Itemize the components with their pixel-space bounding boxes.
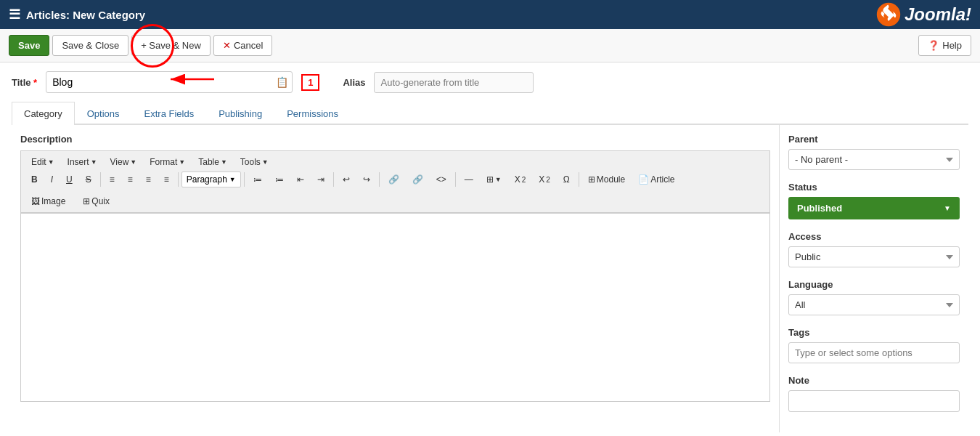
joomla-text: Joomla! [905,4,971,25]
save-new-button[interactable]: + Save & New [131,35,211,56]
image-icon: 🖼 [31,196,40,206]
editor-menu-format[interactable]: Format ▼ [144,154,191,170]
italic-button[interactable]: I [45,171,59,187]
tags-label: Tags [788,327,960,338]
unordered-list-button[interactable]: ≔ [248,171,268,187]
annotation-wrapper: 1 [301,74,319,91]
separator-7 [579,172,579,187]
hamburger-menu[interactable]: ☰ [9,7,20,23]
align-justify-button[interactable]: ≡ [158,171,175,187]
edit-caret: ▼ [48,158,54,166]
article-icon: 📄 [638,174,649,185]
format-caret: ▼ [179,158,185,166]
note-input[interactable] [788,390,960,412]
note-field: Note [788,375,960,412]
joomla-logo: Joomla! [875,1,971,28]
status-label: Status [788,182,960,193]
toolbar: Save Save & Close + Save & New ✕ Cancel … [0,29,980,62]
subscript-button[interactable]: X2 [509,171,532,187]
separator-5 [379,172,380,187]
separator-1 [100,172,101,187]
separator-2 [178,172,179,187]
title-row: Title * 📋 1 Alias [12,71,968,93]
tabs: Category Options Extra Fields Publishing… [12,102,968,125]
insert-caret: ▼ [91,158,97,166]
language-label: Language [788,279,960,290]
editor-menu-view[interactable]: View ▼ [105,154,143,170]
align-center-button[interactable]: ≡ [122,171,139,187]
indent-button[interactable]: ⇥ [311,171,330,187]
help-button[interactable]: ❓ Help [918,35,971,56]
content-area: Title * 📋 1 Alias C [0,62,980,436]
table-insert-button[interactable]: ⊞ ▼ [481,171,507,187]
paragraph-caret: ▼ [229,176,236,183]
access-label: Access [788,231,960,242]
tab-extra-fields[interactable]: Extra Fields [132,102,207,125]
parent-select[interactable]: - No parent - [788,149,960,170]
tab-publishing[interactable]: Publishing [206,102,274,125]
editor-menu-table[interactable]: Table ▼ [192,154,233,170]
module-button[interactable]: ⊞ Module [582,171,631,187]
separator-6 [455,172,456,187]
hr-button[interactable]: — [459,171,479,187]
parent-field: Parent - No parent - [788,134,960,170]
status-button[interactable]: Published ▼ [788,197,960,219]
editor-menu-row: Edit ▼ Insert ▼ View ▼ Format ▼ [25,154,765,170]
editor-menu-insert[interactable]: Insert ▼ [62,154,103,170]
editor-menu-edit[interactable]: Edit ▼ [25,154,60,170]
main-layout: Description Edit ▼ Insert ▼ View ▼ [12,125,968,432]
separator-4 [333,172,334,187]
quix-icon: ⊞ [83,196,90,206]
module-icon: ⊞ [588,174,595,185]
image-button[interactable]: 🖼 Image [25,193,71,209]
separator-3 [244,172,245,187]
help-icon: ❓ [928,40,939,51]
required-star: * [31,77,38,88]
editor-extras: 🖼 Image ⊞ Quix [20,190,770,213]
cancel-button[interactable]: ✕ Cancel [213,35,272,56]
editor-format-row: B I U S ≡ ≡ ≡ ≡ Paragraph ▼ ≔ ≔ [25,171,765,187]
tags-field: Tags [788,327,960,363]
alias-label: Alias [343,77,365,88]
link-button[interactable]: 🔗 [383,171,405,187]
top-bar: ☰ Articles: New Category Joomla! [0,0,980,29]
align-left-button[interactable]: ≡ [104,171,121,187]
paragraph-dropdown[interactable]: Paragraph ▼ [181,171,241,187]
redo-button[interactable]: ↪ [357,171,376,187]
cancel-icon: ✕ [223,40,231,51]
joomla-logo-icon [875,1,902,28]
save-close-button[interactable]: Save & Close [52,35,128,56]
code-button[interactable]: <> [430,171,452,187]
bold-button[interactable]: B [25,171,44,187]
tab-options[interactable]: Options [75,102,132,125]
access-field: Access Public [788,231,960,267]
superscript-button[interactable]: X2 [533,171,556,187]
top-bar-left: ☰ Articles: New Category [9,7,145,23]
quix-button[interactable]: ⊞ Quix [77,193,115,209]
parent-label: Parent [788,134,960,145]
editor-menu-tools[interactable]: Tools ▼ [234,154,274,170]
table-insert-caret: ▼ [495,176,502,183]
underline-button[interactable]: U [60,171,78,187]
outdent-button[interactable]: ⇤ [291,171,310,187]
language-field: Language All [788,279,960,315]
tags-input[interactable] [788,342,960,363]
article-button[interactable]: 📄 Article [632,171,680,187]
title-input[interactable] [46,71,293,93]
strikethrough-button[interactable]: S [80,171,97,187]
unlink-button[interactable]: 🔗 [407,171,429,187]
save-button[interactable]: Save [9,35,49,56]
tab-permissions[interactable]: Permissions [274,102,351,125]
alias-input[interactable] [374,72,534,93]
tab-category[interactable]: Category [12,102,75,125]
editor-body[interactable] [20,213,770,402]
special-char-button[interactable]: Ω [558,171,576,187]
undo-button[interactable]: ↩ [337,171,356,187]
align-right-button[interactable]: ≡ [140,171,157,187]
language-select[interactable]: All [788,294,960,315]
editor-toolbar: Edit ▼ Insert ▼ View ▼ Format ▼ [20,150,770,190]
ordered-list-button[interactable]: ≔ [269,171,290,187]
title-label: Title * [12,77,37,88]
access-select[interactable]: Public [788,246,960,267]
editor-section: Description Edit ▼ Insert ▼ View ▼ [12,125,780,432]
